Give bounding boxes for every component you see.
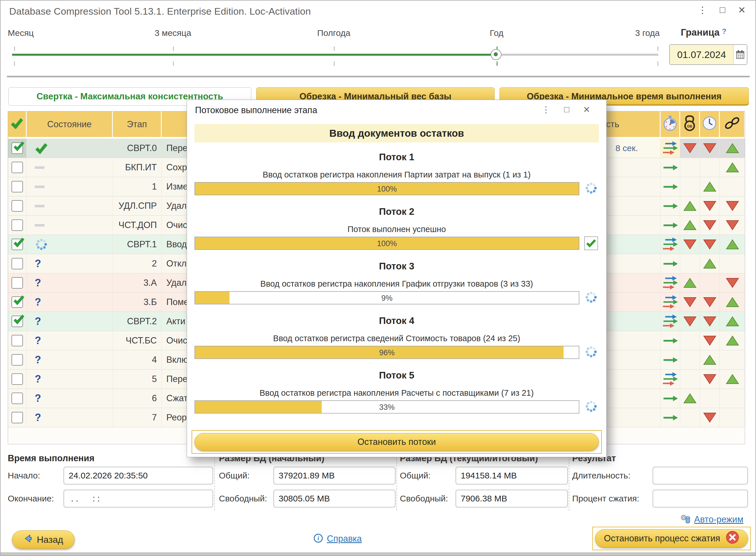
timeline-label[interactable]: 3 года [635, 28, 660, 38]
thread-done-check-icon [584, 236, 598, 250]
link-icon-column-header[interactable] [720, 111, 745, 138]
row-status-icon: ? [27, 273, 113, 293]
app-window: Database Compression Tool 5.13.1. Enterp… [0, 0, 756, 556]
row-select-checkbox[interactable] [8, 293, 27, 312]
stop-process-focus-ring: Остановить процесс сжатия [592, 527, 751, 550]
row-select-checkbox[interactable] [8, 370, 27, 389]
row-select-checkbox[interactable] [8, 254, 27, 273]
row-indicator-1-single [661, 177, 680, 197]
help-icon[interactable]: ? [722, 27, 726, 36]
footer-field-input[interactable] [653, 467, 748, 485]
slider-tick [14, 46, 15, 51]
dialog-close-icon[interactable]: ✕ [583, 105, 590, 114]
calendar-icon[interactable] [733, 45, 747, 64]
window-close-icon[interactable]: ✕ [738, 5, 746, 15]
row-select-checkbox[interactable] [8, 273, 27, 293]
row-indicator-1-single [661, 331, 680, 350]
dialog-menu-icon[interactable]: ⋮ [542, 105, 550, 114]
date-value[interactable]: 01.07.2024 [670, 45, 733, 64]
footer-field-input[interactable]: . . : : [64, 490, 213, 508]
row-indicator-3-down [700, 216, 720, 235]
row-indicator-4-up [720, 370, 745, 389]
footer-field-label: Свободный: [400, 494, 452, 503]
slider-handle[interactable] [491, 49, 502, 60]
row-indicator-3-up [700, 254, 720, 273]
footer-section: Время выполненияНачало:24.02.2026 20:35:… [8, 451, 213, 512]
timeline-label[interactable]: 3 месяца [154, 28, 191, 38]
boundary-date-field[interactable]: 01.07.2024 [669, 44, 747, 65]
row-select-checkbox[interactable] [8, 177, 27, 197]
window-menu-icon[interactable]: ⋮ [698, 5, 707, 15]
footer-divider [214, 453, 215, 511]
thread-name: Поток 1 [195, 152, 599, 163]
help-link-text[interactable]: Справка [327, 533, 362, 544]
slider-track-filled[interactable] [12, 54, 496, 56]
footer-field-input[interactable] [653, 490, 748, 508]
row-indicator-4-up [720, 158, 745, 177]
auto-mode-link[interactable]: Авто-режим [680, 514, 743, 526]
row-select-checkbox[interactable] [8, 331, 27, 350]
select-all-header[interactable] [8, 111, 27, 138]
footer-section: РезультатДлительность:Процент сжатия: [572, 451, 748, 512]
row-select-checkbox[interactable] [8, 312, 27, 331]
row-status-icon [27, 158, 113, 177]
dialog-maximize-icon[interactable]: □ [564, 105, 569, 114]
row-indicator-4 [720, 254, 745, 273]
state-column-header[interactable]: Состояние [27, 111, 113, 138]
slider-track-empty[interactable] [496, 54, 658, 56]
slider-tick [657, 46, 658, 51]
row-select-checkbox[interactable] [8, 408, 27, 427]
footer-field-input[interactable]: 30805.05 MB [273, 490, 396, 508]
footer-field-input[interactable]: 7906.38 MB [455, 490, 568, 508]
footer-field-input[interactable]: 379201.89 MB [273, 467, 396, 485]
timeline-label[interactable]: Месяц [8, 28, 34, 38]
row-stage: БКП.ИТ [113, 158, 162, 177]
progress-percent: 9% [195, 294, 579, 303]
window-maximize-icon[interactable]: □ [720, 5, 725, 15]
footer-field-input[interactable]: 194158.14 MB [455, 467, 568, 485]
info-icon: i [313, 533, 323, 545]
row-select-checkbox[interactable] [8, 389, 27, 408]
footer-field: Свободный:30805.05 MB [219, 489, 396, 508]
row-select-checkbox[interactable] [8, 139, 27, 158]
auto-mode-text[interactable]: Авто-режим [694, 514, 743, 525]
footer-section-title: Время выполнения [8, 453, 95, 463]
row-stage: 6 [113, 389, 162, 408]
row-indicator-3-down [700, 139, 720, 158]
thread-status-text: Ввод остатков регистра накопления Партии… [195, 170, 599, 179]
row-select-checkbox[interactable] [8, 350, 27, 370]
clock-icon-column-header[interactable] [700, 111, 720, 138]
row-indicator-1-single [661, 197, 680, 216]
row-indicator-4 [720, 350, 745, 370]
row-select-checkbox[interactable] [8, 235, 27, 254]
stop-process-label: Остановить процесс сжатия [604, 533, 720, 544]
row-indicator-2 [680, 331, 700, 350]
row-indicator-4-up [720, 293, 745, 312]
timeline-label[interactable]: Год [490, 28, 504, 38]
row-select-checkbox[interactable] [8, 197, 27, 216]
progress-bar: 96% [195, 346, 579, 359]
row-indicator-1-multi [661, 139, 680, 158]
back-button[interactable]: Назад [12, 530, 75, 549]
thread-spinner-icon [585, 181, 598, 196]
row-select-checkbox[interactable] [8, 158, 27, 177]
thread-block: Поток 2Поток выполнен успешно 100% [195, 206, 599, 261]
stopwatch-icon-column-header[interactable] [661, 111, 680, 138]
row-indicator-2-up [680, 273, 700, 293]
row-status-icon [27, 216, 113, 235]
row-stage: 2 [113, 254, 162, 273]
footer-field-input[interactable]: 24.02.2026 20:35:50 [64, 467, 213, 485]
row-status-icon: ? [27, 389, 113, 408]
stage-column-header[interactable]: Этап [113, 111, 162, 138]
progress-bar: 100% [195, 182, 579, 195]
row-status-icon: ? [27, 312, 113, 331]
window-bottom-frame [1, 552, 755, 556]
row-select-checkbox[interactable] [8, 216, 27, 235]
slider-tick [657, 62, 658, 66]
weight-icon-column-header[interactable]: GB [680, 111, 700, 138]
row-status-icon [27, 139, 113, 158]
stop-threads-button[interactable]: Остановить потоки [195, 433, 599, 451]
timeline-label[interactable]: Полгода [317, 28, 350, 38]
help-link[interactable]: i Справка [313, 533, 362, 545]
stop-process-button[interactable]: Остановить процесс сжатия [595, 529, 748, 548]
